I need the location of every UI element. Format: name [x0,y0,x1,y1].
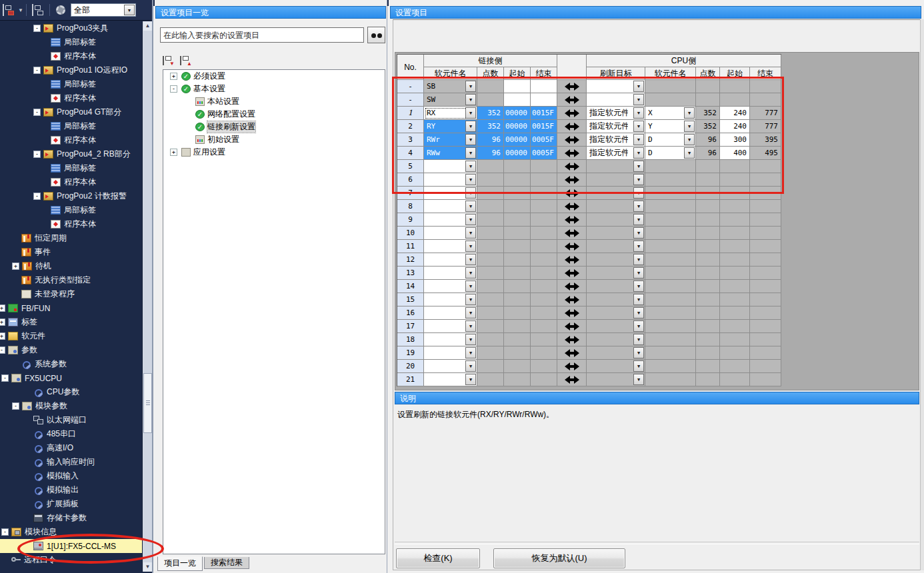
dropdown-button[interactable]: ▼ [633,254,644,265]
cell-link-device[interactable]: ▼ [424,253,477,267]
settings-gear-icon[interactable] [56,5,65,15]
sidebar-item--[interactable]: 事件 [0,245,142,259]
tree-filter-combobox[interactable]: 全部 ▼ [71,3,136,17]
cell-link-device[interactable]: ▼ [424,280,477,293]
expand-icon[interactable]: + [0,332,5,340]
sidebar-item-progpou4-gt-[interactable]: -ProgPou4 GT部分 [0,105,142,119]
cell-refresh-target[interactable]: ▼ [587,333,645,346]
check-button[interactable]: 检查(K) [396,548,480,568]
cell-refresh-target[interactable]: ▼ [587,227,645,240]
setting-tree-item[interactable]: +必须设置 [163,70,385,83]
dropdown-button[interactable]: ▼ [465,374,476,385]
collapse-icon[interactable]: - [33,193,41,200]
cell-refresh-target[interactable]: ▼ [587,320,645,333]
collapse-icon[interactable]: - [33,67,41,74]
sidebar-item--[interactable]: 恒定周期 [0,231,142,245]
sidebar-item--[interactable]: 程序本体 [0,133,142,147]
expand-icon[interactable]: + [0,318,5,326]
sidebar-item--[interactable]: 局部标签 [0,203,142,217]
dropdown-button[interactable]: ▼ [633,334,644,345]
setting-tree-item[interactable]: 初始设置 [163,133,385,146]
dropdown-button[interactable]: ▼ [633,374,644,385]
collapse-icon[interactable]: - [1,374,9,382]
cell-refresh-target[interactable]: ▼ [587,360,645,373]
cell-refresh-target[interactable]: ▼ [587,280,645,293]
sidebar-item-progpou1-io-io[interactable]: -ProgPou1 IO远程IO [0,63,142,77]
dropdown-button[interactable]: ▼ [633,267,644,279]
sidebar-item--[interactable]: +标签 [0,315,142,329]
scroll-up-icon[interactable]: ▲ [143,21,152,31]
sidebar-item--[interactable]: 程序本体 [0,49,142,63]
cell-link-device[interactable]: ▼ [424,200,477,213]
dropdown-button[interactable]: ▼ [465,360,476,372]
cell-refresh-target[interactable]: ▼ [587,267,645,280]
sidebar-item--[interactable]: 存储卡参数 [0,511,142,525]
sidebar-item-progpou2-[interactable]: -ProgPou2 计数报警 [0,189,142,203]
sidebar-item--[interactable]: 模拟输出 [0,483,142,497]
sidebar-item--[interactable]: -参数 [0,343,142,357]
sidebar-item--[interactable]: 程序本体 [0,175,142,189]
sidebar-item--[interactable]: -模块参数 [0,399,142,413]
sidebar-item--[interactable]: 以太网端口 [0,413,142,427]
sidebar-item-485-[interactable]: 485串口 [0,427,142,441]
sidebar-item--[interactable]: 局部标签 [0,119,142,133]
cell-refresh-target[interactable]: ▼ [587,253,645,267]
cell-refresh-target[interactable]: ▼ [587,240,645,253]
pane-scrollbar[interactable] [920,19,924,570]
chevron-down-icon[interactable]: ▼ [18,7,23,13]
cell-link-device[interactable]: ▼ [424,306,477,320]
sidebar-item--[interactable]: 局部标签 [0,35,142,49]
collapse-icon[interactable]: - [12,402,19,410]
sidebar-item--[interactable]: 系统参数 [0,357,142,371]
cell-refresh-target[interactable]: ▼ [587,213,645,227]
setting-tree-item[interactable]: -基本设置 [163,83,385,95]
cell-link-device[interactable]: ▼ [424,213,477,227]
search-input[interactable] [160,27,364,43]
sidebar-item--[interactable]: 输入响应时间 [0,455,142,469]
dropdown-button[interactable]: ▼ [633,201,644,212]
dropdown-button[interactable]: ▼ [465,307,476,318]
sidebar-item--[interactable]: +待机 [0,259,142,273]
sidebar-item--[interactable]: 程序本体 [0,91,142,105]
tree-filter-icon[interactable] [3,4,17,16]
sidebar-item--[interactable]: 无执行类型指定 [0,273,142,287]
setting-tree-item[interactable]: 本站设置 [163,95,385,108]
dropdown-button[interactable]: ▼ [465,214,476,225]
tab-search-result[interactable]: 搜索结果 [204,557,249,569]
dropdown-button[interactable]: ▼ [633,241,644,252]
cell-link-device[interactable]: ▼ [424,293,477,306]
cell-link-device[interactable]: ▼ [424,240,477,253]
sidebar-item--[interactable]: 局部标签 [0,161,142,175]
cell-refresh-target[interactable]: ▼ [587,293,645,306]
collapse-icon[interactable]: - [170,85,177,93]
expand-icon[interactable]: + [170,149,177,156]
collapse-icon[interactable]: - [1,528,9,536]
dropdown-button[interactable]: ▼ [465,241,476,252]
scroll-down-icon[interactable]: ▼ [143,562,152,572]
dropdown-button[interactable]: ▼ [465,254,476,265]
project-tree-scrollbar[interactable]: ▲ ▼ [142,21,152,572]
dropdown-button[interactable]: ▼ [633,214,644,225]
sidebar-item-fb-fun[interactable]: +FB/FUN [0,301,142,315]
expand-icon[interactable]: + [12,263,19,270]
dropdown-button[interactable]: ▼ [465,347,476,358]
cell-link-device[interactable]: ▼ [424,320,477,333]
cell-refresh-target[interactable]: ▼ [587,306,645,320]
dropdown-button[interactable]: ▼ [465,267,476,279]
collapse-icon[interactable]: - [33,25,41,32]
dropdown-button[interactable]: ▼ [465,334,476,345]
sidebar-item--[interactable]: 程序本体 [0,217,142,231]
sidebar-item-fx5ucpu[interactable]: -FX5UCPU [0,371,142,385]
cell-link-device[interactable]: ▼ [424,360,477,373]
cell-link-device[interactable]: ▼ [424,346,477,360]
tree-display-icon[interactable] [32,4,47,16]
expand-all-icon[interactable] [180,56,192,65]
dropdown-button[interactable]: ▼ [633,281,644,292]
collapse-icon[interactable]: - [0,346,5,354]
expand-icon[interactable]: + [170,73,177,80]
sidebar-item--i-o[interactable]: 高速I/O [0,441,142,455]
sidebar-item--[interactable]: +软元件 [0,329,142,343]
sidebar-item--[interactable]: 扩展插板 [0,497,142,511]
dropdown-button[interactable]: ▼ [465,227,476,239]
dropdown-button[interactable]: ▼ [465,201,476,212]
